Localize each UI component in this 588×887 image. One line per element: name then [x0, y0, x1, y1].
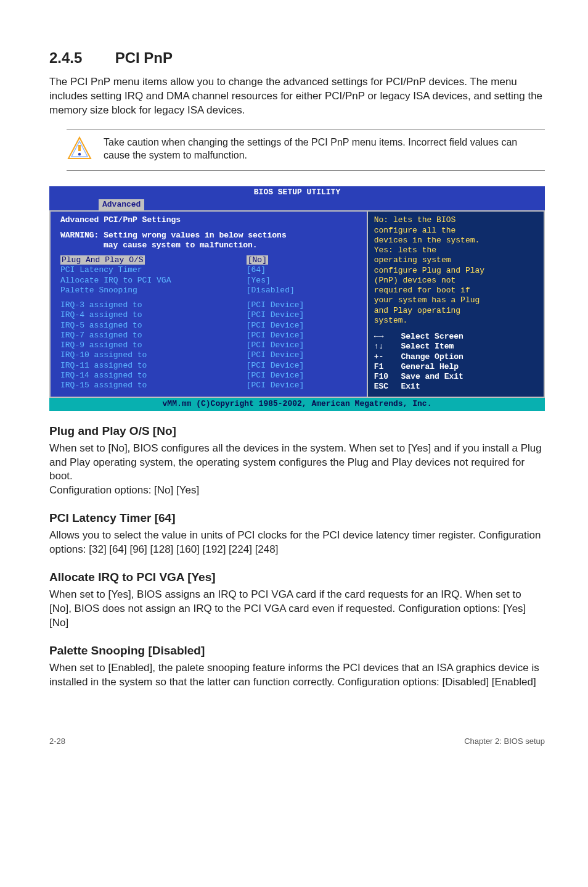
bios-warning: WARNING: Setting wrong values in below s…	[60, 231, 361, 241]
bios-key-desc: Save and Exit	[396, 372, 463, 381]
bios-key-desc: Change Option	[396, 352, 463, 361]
subsection-heading: PCI Latency Timer [64]	[49, 511, 545, 525]
bios-irq-value[interactable]: [PCI Device]	[247, 331, 361, 340]
footer-page-number: 2-28	[49, 736, 65, 746]
subsection-body: When set to [Enabled], the palete snoopi…	[49, 661, 545, 690]
bios-irq-value[interactable]: [PCI Device]	[247, 310, 361, 320]
bios-key-hint: +- Change Option	[374, 352, 537, 362]
bios-key-desc: Exit	[396, 382, 420, 391]
bios-main-panel: Advanced PCI/PnP Settings WARNING: Setti…	[49, 212, 368, 398]
bios-warning-label: WARNING:	[60, 231, 99, 240]
bios-irq-row[interactable]: IRQ-15 assigned to[PCI Device]	[60, 381, 361, 390]
bios-tab-advanced[interactable]: Advanced	[99, 199, 144, 210]
subsection-body: When set to [No], BIOS configures all th…	[49, 442, 545, 498]
bios-help-l5: operating system	[374, 255, 537, 265]
bios-help-l2: configure all the	[374, 226, 537, 236]
bios-key-hint: F10 Save and Exit	[374, 372, 537, 382]
bios-irq-row[interactable]: IRQ-7 assigned to[PCI Device]	[60, 331, 361, 340]
bios-key-name: ←→	[374, 332, 396, 342]
bios-irq-label: IRQ-7 assigned to	[60, 331, 247, 340]
bios-irq-label: IRQ-5 assigned to	[60, 321, 247, 331]
bios-key-name: +-	[374, 352, 396, 362]
bios-help-panel: No: lets the BIOS configure all the devi…	[368, 212, 545, 398]
bios-irq-label: IRQ-3 assigned to	[60, 300, 247, 310]
section-number: 2.4.5	[49, 49, 111, 67]
bios-setting-label: Palette Snooping	[60, 286, 247, 295]
bios-key-hint: ↑↓ Select Item	[374, 342, 537, 352]
bios-footer: vMM.mm (C)Copyright 1985-2002, American …	[49, 398, 545, 410]
bios-setting-row[interactable]: Palette Snooping[Disabled]	[60, 286, 361, 295]
subsection-body: Allows you to select the value in units …	[49, 529, 545, 557]
bios-setting-label: Allocate IRQ to PCI VGA	[60, 276, 247, 286]
caution-text: Take caution when changing the settings …	[104, 136, 545, 162]
bios-setting-row[interactable]: Plug And Play O/S[No]	[60, 255, 361, 265]
bios-screenshot: BIOS SETUP UTILITY Advanced Advanced PCI…	[49, 186, 545, 411]
bios-irq-value[interactable]: [PCI Device]	[247, 361, 361, 371]
bios-key-desc: Select Screen	[396, 332, 463, 341]
intro-paragraph: The PCI PnP menu items allow you to chan…	[49, 75, 545, 118]
bios-irq-label: IRQ-10 assigned to	[60, 350, 247, 360]
bios-key-hint: ←→ Select Screen	[374, 332, 537, 342]
bios-irq-row[interactable]: IRQ-14 assigned to[PCI Device]	[60, 371, 361, 381]
bios-key-name: F1	[374, 362, 396, 372]
bios-irq-label: IRQ-4 assigned to	[60, 310, 247, 320]
bios-help-l8: required for boot if	[374, 286, 537, 295]
bios-tab-bar: Advanced	[49, 199, 545, 210]
bios-setting-value[interactable]: [No]	[247, 255, 268, 265]
bios-key-hint: F1 General Help	[374, 362, 537, 372]
bios-irq-row[interactable]: IRQ-3 assigned to[PCI Device]	[60, 300, 361, 310]
bios-help-l9: your system has a Plug	[374, 295, 537, 305]
caution-callout: Take caution when changing the settings …	[67, 129, 545, 171]
bios-setting-value[interactable]: [Disabled]	[247, 286, 361, 295]
bios-help-l6: configure Plug and Play	[374, 266, 537, 276]
bios-irq-label: IRQ-9 assigned to	[60, 340, 247, 350]
bios-irq-value[interactable]: [PCI Device]	[247, 350, 361, 360]
bios-setting-row[interactable]: Allocate IRQ to PCI VGA[Yes]	[60, 276, 361, 286]
bios-key-name: ESC	[374, 382, 396, 392]
bios-irq-value[interactable]: [PCI Device]	[247, 340, 361, 350]
bios-irq-label: IRQ-14 assigned to	[60, 371, 247, 381]
bios-help-l3: devices in the system.	[374, 236, 537, 245]
bios-help-l10: and Play operating	[374, 306, 537, 316]
bios-key-desc: Select Item	[396, 342, 454, 351]
bios-key-hint: ESC Exit	[374, 382, 537, 392]
bios-help-l11: system.	[374, 316, 537, 326]
bios-irq-row[interactable]: IRQ-10 assigned to[PCI Device]	[60, 350, 361, 360]
bios-help-l1: No: lets the BIOS	[374, 215, 537, 225]
bios-setting-value[interactable]: [64]	[247, 265, 361, 275]
bios-irq-value[interactable]: [PCI Device]	[247, 371, 361, 381]
svg-point-3	[78, 153, 81, 155]
bios-title-bar: BIOS SETUP UTILITY	[49, 186, 545, 199]
bios-setting-value[interactable]: [Yes]	[247, 276, 361, 286]
bios-irq-label: IRQ-11 assigned to	[60, 361, 247, 371]
section-heading: 2.4.5 PCI PnP	[49, 49, 545, 67]
bios-irq-value[interactable]: [PCI Device]	[247, 300, 361, 310]
bios-irq-value[interactable]: [PCI Device]	[247, 381, 361, 390]
bios-irq-row[interactable]: IRQ-11 assigned to[PCI Device]	[60, 361, 361, 371]
bios-help-l4: Yes: lets the	[374, 245, 537, 255]
bios-help-l7: (PnP) devices not	[374, 276, 537, 286]
bios-setting-label: PCI Latency Timer	[60, 265, 247, 275]
subsection-heading: Plug and Play O/S [No]	[49, 424, 545, 438]
subsection-heading: Allocate IRQ to PCI VGA [Yes]	[49, 571, 545, 584]
bios-key-name: F10	[374, 372, 396, 382]
bios-irq-row[interactable]: IRQ-5 assigned to[PCI Device]	[60, 321, 361, 331]
bios-setting-row[interactable]: PCI Latency Timer[64]	[60, 265, 361, 275]
bios-warning-line2: may cause system to malfunction.	[60, 241, 361, 250]
bios-panel-heading: Advanced PCI/PnP Settings	[60, 215, 361, 225]
bios-irq-value[interactable]: [PCI Device]	[247, 321, 361, 331]
bios-irq-row[interactable]: IRQ-9 assigned to[PCI Device]	[60, 340, 361, 350]
bios-key-desc: General Help	[396, 362, 459, 371]
bios-key-name: ↑↓	[374, 342, 396, 352]
subsection-heading: Palette Snooping [Disabled]	[49, 644, 545, 658]
section-title-text: PCI PnP	[115, 49, 173, 66]
bios-warning-line1: Setting wrong values in below sections	[104, 231, 286, 240]
svg-rect-2	[78, 145, 81, 151]
bios-irq-label: IRQ-15 assigned to	[60, 381, 247, 390]
page-footer: 2-28 Chapter 2: BIOS setup	[49, 733, 545, 746]
bios-irq-row[interactable]: IRQ-4 assigned to[PCI Device]	[60, 310, 361, 320]
caution-icon	[67, 136, 92, 164]
footer-chapter: Chapter 2: BIOS setup	[464, 736, 545, 746]
subsection-body: When set to [Yes], BIOS assigns an IRQ t…	[49, 588, 545, 630]
bios-setting-label: Plug And Play O/S	[60, 255, 145, 265]
